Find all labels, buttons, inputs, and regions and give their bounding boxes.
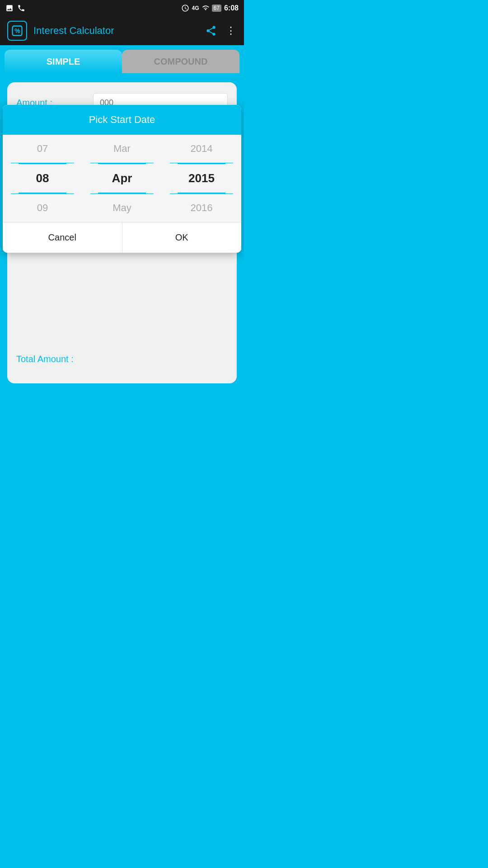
app-bar: % Interest Calculator ⋮	[0, 16, 244, 45]
day-column[interactable]: 07 08 09	[3, 135, 82, 222]
form-card: Amount : Pick Start Date 07 08 09	[7, 82, 237, 383]
time-display: 6:08	[224, 4, 239, 12]
battery-badge: 67	[212, 5, 221, 12]
phone-icon	[17, 4, 25, 12]
status-left-icons	[5, 4, 25, 12]
total-amount-row: Total Amount :	[16, 347, 228, 364]
total-amount-label: Total Amount :	[16, 354, 93, 364]
status-bar: 4G 67 6:08	[0, 0, 244, 16]
day-prev[interactable]: 07	[3, 135, 82, 163]
date-picker-dialog: Pick Start Date 07 08 09 Mar	[3, 105, 241, 253]
year-next[interactable]: 2016	[162, 194, 241, 222]
year-prev[interactable]: 2014	[162, 135, 241, 163]
tab-bar: SIMPLE COMPOUND	[0, 45, 244, 73]
year-selected[interactable]: 2015	[162, 163, 241, 193]
status-right-icons: 4G 67 6:08	[181, 4, 239, 12]
month-prev[interactable]: Mar	[82, 135, 162, 163]
more-menu-icon[interactable]: ⋮	[226, 25, 237, 37]
cancel-button[interactable]: Cancel	[3, 222, 122, 253]
ok-button[interactable]: OK	[122, 222, 242, 253]
photo-icon	[5, 4, 14, 12]
month-selected[interactable]: Apr	[82, 163, 162, 193]
date-columns: 07 08 09 Mar Apr May	[3, 135, 241, 222]
tab-compound[interactable]: COMPOUND	[122, 50, 239, 73]
main-content: Amount : Pick Start Date 07 08 09	[0, 73, 244, 435]
svg-text:%: %	[14, 27, 20, 34]
date-picker-header: Pick Start Date	[3, 105, 241, 135]
day-next[interactable]: 09	[3, 194, 82, 222]
month-column[interactable]: Mar Apr May	[82, 135, 162, 222]
tab-simple[interactable]: SIMPLE	[5, 50, 122, 73]
alarm-icon	[181, 4, 189, 12]
date-picker-title: Pick Start Date	[89, 114, 155, 125]
year-column[interactable]: 2014 2015 2016	[162, 135, 241, 222]
app-title: Interest Calculator	[33, 25, 114, 37]
app-logo-icon: %	[7, 21, 27, 41]
app-bar-left: % Interest Calculator	[7, 21, 114, 41]
app-bar-right: ⋮	[205, 25, 237, 37]
date-picker-body: 07 08 09 Mar Apr May	[3, 135, 241, 222]
month-next[interactable]: May	[82, 194, 162, 222]
network-4g: 4G	[192, 5, 199, 11]
signal-icon	[202, 5, 209, 12]
share-icon[interactable]	[205, 25, 217, 37]
date-picker-actions: Cancel OK	[3, 222, 241, 253]
day-selected[interactable]: 08	[3, 163, 82, 193]
